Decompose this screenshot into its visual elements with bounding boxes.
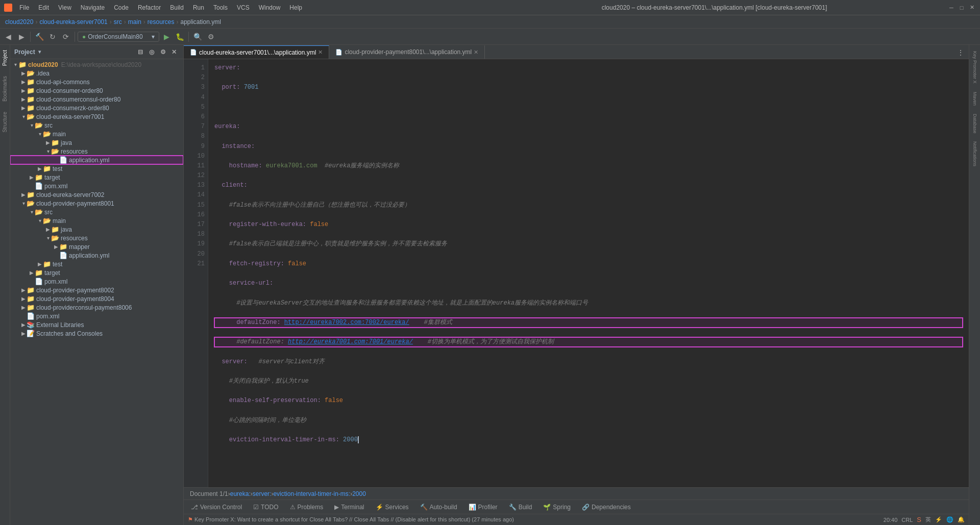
code-content[interactable]: server: port: 7001 eureka: instance: hos… xyxy=(208,59,969,487)
menu-run[interactable]: Run xyxy=(189,3,208,12)
close-button[interactable]: ✕ xyxy=(968,4,976,12)
bottom-tab-profiler[interactable]: 📊 Profiler xyxy=(463,501,503,513)
tab-app7001[interactable]: 📄 cloud-eureka-server7001\...\applicatio… xyxy=(184,45,329,59)
right-tab-database[interactable]: Database xyxy=(971,110,979,138)
tree-api-commons[interactable]: ▶ 📁 cloud-api-commons xyxy=(10,78,183,86)
maximize-button[interactable]: □ xyxy=(958,4,966,12)
tree-eureka7002[interactable]: ▶ 📁 cloud-eureka-server7002 xyxy=(10,190,183,199)
tab-more-button[interactable]: ⋮ xyxy=(954,46,967,59)
pom-root-xml-icon: 📄 xyxy=(27,312,35,320)
menu-tools[interactable]: Tools xyxy=(209,3,232,12)
tree-src7001[interactable]: ▾ 📂 src xyxy=(10,121,183,130)
tree-ext-libs[interactable]: ▶ 📚 External Libraries xyxy=(10,320,183,329)
bc-main[interactable]: main xyxy=(128,18,141,26)
tree-pom-root[interactable]: 📄 pom.xml xyxy=(10,312,183,320)
bc-server7001[interactable]: cloud-eureka-server7001 xyxy=(39,18,107,26)
bottom-tab-terminal[interactable]: ▶ Terminal xyxy=(329,501,369,513)
tree-consumerconsul-order80[interactable]: ▶ 📁 cloud-consumerconsul-order80 xyxy=(10,95,183,104)
tree-payment8002[interactable]: ▶ 📁 cloud-provider-payment8002 xyxy=(10,286,183,294)
menu-refactor[interactable]: Refactor xyxy=(134,3,165,12)
bottom-tab-problems[interactable]: ⚠ Problems xyxy=(285,501,329,513)
search-everywhere-button[interactable]: 🔍 xyxy=(191,31,204,43)
tree-target7001[interactable]: ▶ 📁 target xyxy=(10,173,183,182)
bc-bottom-eviction[interactable]: eviction-interval-timer-in-ms: xyxy=(273,490,350,497)
tree-pom8001[interactable]: 📄 pom.xml xyxy=(10,277,183,286)
menu-window[interactable]: Window xyxy=(255,3,285,12)
tree-pom7001[interactable]: 📄 pom.xml xyxy=(10,182,183,190)
build-project-button[interactable]: 🔨 xyxy=(33,31,45,43)
bc-resources[interactable]: resources xyxy=(148,18,175,26)
bottom-tab-build[interactable]: 🔧 Build xyxy=(504,501,537,513)
refresh-button[interactable]: ⟳ xyxy=(60,31,72,43)
tree-src8001[interactable]: ▾ 📂 src xyxy=(10,208,183,216)
resources8001-arrow: ▾ xyxy=(45,235,51,241)
api-label: cloud-api-commons xyxy=(36,79,90,86)
tree-consumerzk-order80[interactable]: ▶ 📁 cloud-consumerzk-order80 xyxy=(10,104,183,112)
minimize-button[interactable]: ─ xyxy=(947,4,955,12)
tree-mapper8001[interactable]: ▶ 📁 mapper xyxy=(10,242,183,251)
run-config-dropdown[interactable]: ● OrderConsulMain80 ▾ xyxy=(78,32,159,42)
right-tab-notifications[interactable]: Notifications xyxy=(971,137,979,170)
tree-java8001[interactable]: ▶ 📁 java xyxy=(10,225,183,234)
run-button[interactable]: ▶ xyxy=(160,31,173,43)
code-editor[interactable]: 12345 678910 1112131415 1617181920 21 se… xyxy=(184,59,969,487)
panel-settings-button[interactable]: ⚙ xyxy=(158,47,168,57)
bottom-tab-autobuild[interactable]: 🔨 Auto-build xyxy=(415,501,462,513)
bookmarks-tab[interactable]: Bookmarks xyxy=(1,71,9,107)
debug-button[interactable]: 🐛 xyxy=(174,31,186,43)
root-path: E:\idea-workspace\cloud2020 xyxy=(61,61,141,68)
bottom-tab-services[interactable]: ⚡ Services xyxy=(371,501,414,513)
settings-button[interactable]: ⚙ xyxy=(205,31,217,43)
back-button[interactable]: ◀ xyxy=(2,31,14,43)
menu-build[interactable]: Build xyxy=(166,3,188,12)
menu-file[interactable]: File xyxy=(15,3,33,12)
tree-payment8006[interactable]: ▶ 📁 cloud-providerconsul-payment8006 xyxy=(10,303,183,312)
collapse-all-button[interactable]: ⊟ xyxy=(135,47,145,57)
right-tab-key-promoter[interactable]: Key Promoter X xyxy=(971,47,979,88)
tree-eureka7001[interactable]: ▾ 📂 cloud-eureka-server7001 xyxy=(10,112,183,121)
tree-resources8001[interactable]: ▾ 📂 resources xyxy=(10,234,183,242)
tree-scratches[interactable]: ▶ 📝 Scratches and Consoles xyxy=(10,329,183,338)
tree-app7001[interactable]: 📄 application.yml xyxy=(10,156,183,164)
locate-file-button[interactable]: ◎ xyxy=(146,47,157,57)
tab-app8001[interactable]: 📄 cloud-provider-payment8001\...\applica… xyxy=(329,45,485,59)
menu-vcs[interactable]: VCS xyxy=(233,3,254,12)
menu-view[interactable]: View xyxy=(54,3,76,12)
tree-consumer-order80[interactable]: ▶ 📁 cloud-consumer-order80 xyxy=(10,86,183,95)
bottom-tab-deps[interactable]: 🔗 Dependencies xyxy=(577,501,636,513)
tree-payment8001[interactable]: ▾ 📂 cloud-provider-payment8001 xyxy=(10,199,183,208)
tree-idea[interactable]: ▶ 📂 .idea xyxy=(10,69,183,78)
menu-edit[interactable]: Edit xyxy=(34,3,53,12)
menu-help[interactable]: Help xyxy=(285,3,306,12)
sync-button[interactable]: ↻ xyxy=(46,31,59,43)
tree-payment8004[interactable]: ▶ 📁 cloud-provider-payment8004 xyxy=(10,294,183,303)
forward-button[interactable]: ▶ xyxy=(15,31,28,43)
structure-tab[interactable]: Structure xyxy=(1,107,9,138)
menu-code[interactable]: Code xyxy=(110,3,133,12)
tree-resources7001[interactable]: ▾ 📂 resources xyxy=(10,147,183,156)
bottom-tab-todo[interactable]: ☑ TODO xyxy=(248,501,283,513)
tab1-close[interactable]: ✕ xyxy=(318,49,323,56)
tree-root[interactable]: ▾ 📁 cloud2020 E:\idea-workspace\cloud202… xyxy=(10,60,183,69)
bottom-tab-spring[interactable]: 🌱 Spring xyxy=(538,501,576,513)
tree-main8001[interactable]: ▾ 📂 main xyxy=(10,216,183,225)
tree-main7001[interactable]: ▾ 📂 main xyxy=(10,130,183,138)
bc-cloud2020[interactable]: cloud2020 xyxy=(5,18,33,26)
panel-hide-button[interactable]: ✕ xyxy=(169,47,179,57)
tree-test7001[interactable]: ▶ 📁 test xyxy=(10,164,183,173)
panel-dropdown-arrow[interactable]: ▾ xyxy=(38,49,41,55)
tree-java7001[interactable]: ▶ 📁 java xyxy=(10,138,183,147)
bc-src[interactable]: src xyxy=(114,18,122,26)
tree-target8001[interactable]: ▶ 📁 target xyxy=(10,268,183,277)
tab2-close[interactable]: ✕ xyxy=(474,49,478,56)
bc-bottom-eureka[interactable]: eureka: xyxy=(230,490,251,497)
bc-file: application.yml xyxy=(181,18,221,26)
bc-bottom-server[interactable]: server: xyxy=(253,490,272,497)
menu-navigate[interactable]: Navigate xyxy=(77,3,109,12)
bc-bottom-value[interactable]: 2000 xyxy=(352,490,366,497)
bottom-tab-vc[interactable]: ⎇ Version Control xyxy=(186,501,247,513)
project-tab[interactable]: Project xyxy=(1,45,9,71)
tree-app8001[interactable]: 📄 application.yml xyxy=(10,251,183,260)
tree-test8001[interactable]: ▶ 📁 test xyxy=(10,260,183,268)
right-tab-maven[interactable]: Maven xyxy=(971,88,979,110)
